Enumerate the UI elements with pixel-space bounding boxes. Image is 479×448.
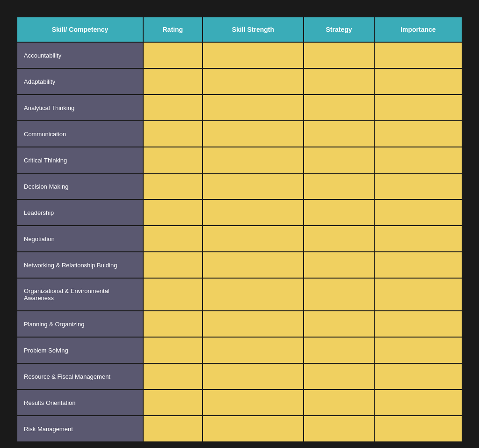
strategy-cell-risk-management (304, 416, 374, 442)
skill-strength-cell-communication (203, 121, 304, 147)
header-rating: Rating (143, 17, 203, 42)
importance-cell-planning-organizing (374, 311, 462, 337)
importance-cell-leadership (374, 199, 462, 226)
strategy-cell-org-env-awareness (304, 278, 374, 311)
strategy-cell-analytical-thinking (304, 95, 374, 121)
skill-label-org-env-awareness: Organizational & Environmental Awareness (17, 278, 143, 311)
table-row: Planning & Organizing (17, 311, 462, 337)
strategy-cell-networking (304, 252, 374, 278)
table-container: Skill/ CompetencyRatingSkill StrengthStr… (9, 9, 470, 448)
strategy-cell-negotiation (304, 226, 374, 252)
skill-strength-cell-accountability (203, 42, 304, 68)
table-row: Risk Management (17, 416, 462, 442)
strategy-cell-adaptability (304, 68, 374, 95)
header-skill-strength: Skill Strength (203, 17, 304, 42)
importance-cell-negotiation (374, 226, 462, 252)
skill-strength-cell-risk-management (203, 416, 304, 442)
strategy-cell-problem-solving (304, 337, 374, 363)
skill-label-analytical-thinking: Analytical Thinking (17, 95, 143, 121)
table-row: Leadership (17, 199, 462, 226)
rating-cell-analytical-thinking (143, 95, 203, 121)
header-importance: Importance (374, 17, 462, 42)
header-row: Skill/ CompetencyRatingSkill StrengthStr… (17, 17, 462, 42)
importance-cell-risk-management (374, 416, 462, 442)
strategy-cell-communication (304, 121, 374, 147)
skill-label-negotiation: Negotiation (17, 226, 143, 252)
importance-cell-problem-solving (374, 337, 462, 363)
table-row: Accountability (17, 42, 462, 68)
strategy-cell-results-orientation (304, 389, 374, 416)
importance-cell-decision-making (374, 173, 462, 199)
skill-strength-cell-adaptability (203, 68, 304, 95)
rating-cell-problem-solving (143, 337, 203, 363)
rating-cell-leadership (143, 199, 203, 226)
strategy-cell-accountability (304, 42, 374, 68)
importance-cell-resource-fiscal (374, 363, 462, 389)
rating-cell-critical-thinking (143, 147, 203, 173)
strategy-cell-resource-fiscal (304, 363, 374, 389)
skill-label-adaptability: Adaptability (17, 68, 143, 95)
skill-label-decision-making: Decision Making (17, 173, 143, 199)
table-row: Problem Solving (17, 337, 462, 363)
importance-cell-accountability (374, 42, 462, 68)
rating-cell-decision-making (143, 173, 203, 199)
skill-strength-cell-problem-solving (203, 337, 304, 363)
skill-label-accountability: Accountability (17, 42, 143, 68)
strategy-cell-decision-making (304, 173, 374, 199)
rating-cell-communication (143, 121, 203, 147)
rating-cell-org-env-awareness (143, 278, 203, 311)
rating-cell-risk-management (143, 416, 203, 442)
importance-cell-critical-thinking (374, 147, 462, 173)
table-row: Organizational & Environmental Awareness (17, 278, 462, 311)
skill-label-networking: Networking & Relationship Buiding (17, 252, 143, 278)
table-row: Communication (17, 121, 462, 147)
skill-label-results-orientation: Results Orientation (17, 389, 143, 416)
skill-strength-cell-decision-making (203, 173, 304, 199)
table-row: Critical Thinking (17, 147, 462, 173)
skill-strength-cell-org-env-awareness (203, 278, 304, 311)
rating-cell-adaptability (143, 68, 203, 95)
table-row: Resource & Fiscal Management (17, 363, 462, 389)
importance-cell-analytical-thinking (374, 95, 462, 121)
skill-label-resource-fiscal: Resource & Fiscal Management (17, 363, 143, 389)
rating-cell-planning-organizing (143, 311, 203, 337)
table-row: Networking & Relationship Buiding (17, 252, 462, 278)
skill-strength-cell-negotiation (203, 226, 304, 252)
table-row: Decision Making (17, 173, 462, 199)
skill-label-risk-management: Risk Management (17, 416, 143, 442)
skill-strength-cell-networking (203, 252, 304, 278)
strategy-cell-planning-organizing (304, 311, 374, 337)
skill-strength-cell-leadership (203, 199, 304, 226)
skill-label-critical-thinking: Critical Thinking (17, 147, 143, 173)
skill-label-leadership: Leadership (17, 199, 143, 226)
importance-cell-networking (374, 252, 462, 278)
rating-cell-accountability (143, 42, 203, 68)
strategy-cell-leadership (304, 199, 374, 226)
table-row: Results Orientation (17, 389, 462, 416)
table-row: Negotiation (17, 226, 462, 252)
rating-cell-networking (143, 252, 203, 278)
table-row: Adaptability (17, 68, 462, 95)
table-row: Analytical Thinking (17, 95, 462, 121)
skill-strength-cell-planning-organizing (203, 311, 304, 337)
header-strategy: Strategy (304, 17, 374, 42)
skill-label-planning-organizing: Planning & Organizing (17, 311, 143, 337)
skill-strength-cell-critical-thinking (203, 147, 304, 173)
skill-strength-cell-resource-fiscal (203, 363, 304, 389)
importance-cell-org-env-awareness (374, 278, 462, 311)
rating-cell-resource-fiscal (143, 363, 203, 389)
importance-cell-communication (374, 121, 462, 147)
rating-cell-results-orientation (143, 389, 203, 416)
rating-cell-negotiation (143, 226, 203, 252)
skill-label-communication: Communication (17, 121, 143, 147)
skills-table: Skill/ CompetencyRatingSkill StrengthStr… (16, 16, 463, 442)
skill-strength-cell-analytical-thinking (203, 95, 304, 121)
importance-cell-adaptability (374, 68, 462, 95)
skill-strength-cell-results-orientation (203, 389, 304, 416)
header-skill-competency: Skill/ Competency (17, 17, 143, 42)
strategy-cell-critical-thinking (304, 147, 374, 173)
skill-label-problem-solving: Problem Solving (17, 337, 143, 363)
importance-cell-results-orientation (374, 389, 462, 416)
